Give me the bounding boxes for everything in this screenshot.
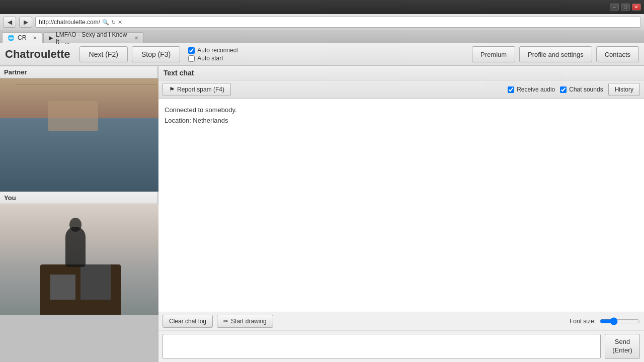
left-panel: Partner You: [0, 66, 158, 362]
report-spam-button[interactable]: ⚑ Report spam (F4): [163, 83, 231, 96]
main-content: Partner You: [0, 66, 644, 362]
auto-reconnect-label: Auto reconnect: [197, 47, 238, 54]
partner-section: Partner: [0, 66, 157, 192]
chat-message-2: Location: Netherlands: [165, 116, 638, 126]
start-drawing-button[interactable]: ✏ Start drawing: [217, 315, 273, 328]
receive-audio-row[interactable]: Receive audio: [508, 86, 555, 93]
address-bar: ◀ ▶ http://chatroulette.com/ 🔍 ↻ ✕: [0, 14, 644, 30]
tabs-bar: 🌐 CR ✕ ▶ LMFAO - Sexy and I Know It - ..…: [0, 30, 644, 43]
url-text: http://chatroulette.com/: [39, 19, 100, 26]
pencil-icon: ✏: [223, 318, 228, 325]
tab-lmfao[interactable]: ▶ LMFAO - Sexy and I Know It - ... ✕: [43, 32, 144, 43]
auto-start-label: Auto start: [197, 55, 223, 62]
partner-video: [0, 78, 158, 192]
receive-audio-label: Receive audio: [517, 86, 555, 93]
partner-label: Partner: [0, 66, 157, 78]
tab1-favicon: 🌐: [8, 35, 15, 41]
contacts-button[interactable]: Contacts: [596, 46, 639, 62]
you-video-frame: [0, 204, 158, 315]
tab1-label: CR: [18, 34, 26, 41]
close-url-icon[interactable]: ✕: [118, 19, 122, 26]
tab-chatroulette[interactable]: 🌐 CR ✕: [2, 32, 42, 43]
minimize-button[interactable]: –: [610, 4, 619, 11]
tab2-close[interactable]: ✕: [134, 35, 138, 41]
you-video: [0, 204, 158, 315]
draw-btn-label: Start drawing: [231, 318, 267, 325]
chat-actions: Clear chat log ✏ Start drawing Font size…: [158, 312, 644, 331]
flag-icon: ⚑: [169, 86, 175, 93]
tab1-close[interactable]: ✕: [33, 35, 37, 41]
chat-sounds-row[interactable]: Chat sounds: [560, 86, 603, 93]
auto-start-row[interactable]: Auto start: [188, 55, 238, 62]
close-button[interactable]: ✕: [632, 4, 641, 11]
refresh-icon[interactable]: ↻: [111, 19, 116, 26]
auto-options: Auto reconnect Auto start: [188, 47, 238, 62]
auto-reconnect-row[interactable]: Auto reconnect: [188, 47, 238, 54]
url-bar[interactable]: http://chatroulette.com/ 🔍 ↻ ✕: [35, 17, 641, 28]
back-button[interactable]: ◀: [3, 17, 16, 28]
app-title: Chatroulette: [5, 48, 70, 61]
chat-messages: Connected to somebody. Location: Netherl…: [158, 99, 644, 312]
clear-chat-button[interactable]: Clear chat log: [163, 315, 213, 328]
receive-audio-checkbox[interactable]: [508, 86, 514, 93]
chat-sounds-label: Chat sounds: [569, 86, 603, 93]
you-section: You: [0, 192, 157, 315]
maximize-button[interactable]: □: [621, 4, 630, 11]
premium-button[interactable]: Premium: [472, 46, 515, 62]
partner-video-frame: [0, 78, 158, 192]
chat-sounds-checkbox[interactable]: [560, 86, 567, 93]
auto-reconnect-checkbox[interactable]: [188, 47, 195, 54]
chat-input[interactable]: [163, 334, 601, 359]
search-icon[interactable]: 🔍: [102, 19, 109, 26]
tab2-label: LMFAO - Sexy and I Know It - ...: [56, 31, 131, 45]
font-size-slider[interactable]: [600, 317, 640, 325]
forward-button[interactable]: ▶: [19, 17, 32, 28]
tab2-favicon: ▶: [49, 35, 53, 41]
chat-message-1: Connected to somebody.: [165, 105, 638, 116]
browser-chrome: – □ ✕: [0, 0, 644, 14]
auto-start-checkbox[interactable]: [188, 55, 195, 62]
report-btn-label: Report spam (F4): [177, 86, 224, 93]
font-size-control: Font size:: [570, 317, 640, 325]
you-label: You: [0, 192, 157, 204]
send-button[interactable]: Send (Enter): [605, 334, 640, 359]
chat-header: Text chat: [158, 66, 644, 80]
font-size-label: Font size:: [570, 318, 596, 325]
chat-input-area: Send (Enter): [158, 331, 644, 362]
chat-bottom: Clear chat log ✏ Start drawing Font size…: [158, 312, 644, 362]
profile-settings-button[interactable]: Profile and settings: [519, 46, 592, 62]
chat-options: Receive audio Chat sounds History: [508, 83, 640, 96]
next-button[interactable]: Next (F2): [79, 46, 128, 62]
right-panel: Text chat ⚑ Report spam (F4) Receive aud…: [158, 66, 644, 362]
app-toolbar: Chatroulette Next (F2) Stop (F3) Auto re…: [0, 43, 644, 66]
stop-button[interactable]: Stop (F3): [132, 46, 180, 62]
history-button[interactable]: History: [608, 83, 640, 96]
chat-toolbar: ⚑ Report spam (F4) Receive audio Chat so…: [158, 80, 644, 99]
